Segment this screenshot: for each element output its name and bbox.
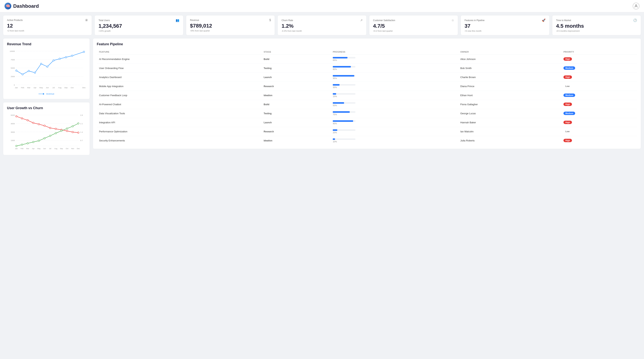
metric-value: 1.2%: [282, 23, 362, 29]
main-content: Revenue Trend 10000 7500 5000 2500 0: [0, 35, 644, 158]
svg-point-53: [55, 128, 56, 129]
svg-point-59: [21, 144, 23, 145]
cell-progress: 15%: [330, 91, 458, 100]
progress-bar-fill: [333, 93, 336, 95]
svg-text:Dec: Dec: [77, 148, 80, 149]
progress-bar-container: 65%: [333, 57, 356, 61]
stage-text: Testing: [264, 67, 272, 69]
svg-point-21: [83, 51, 85, 53]
progress-bar-fill: [333, 75, 354, 76]
revenue-chart-title: Revenue Trend: [7, 42, 86, 46]
revenue-legend-item: revenue: [38, 93, 54, 95]
svg-text:Jun: Jun: [43, 148, 46, 149]
metric-value: 37: [464, 23, 546, 29]
svg-point-69: [78, 123, 79, 124]
col-feature: FEATURE: [97, 49, 262, 55]
cell-stage: Research: [262, 82, 330, 91]
table-row: Analytics Dashboard Launch 95% Charlie B…: [97, 73, 637, 82]
progress-label: 90%: [333, 122, 356, 125]
svg-text:2.1: 2.1: [80, 122, 83, 124]
svg-text:Dec: Dec: [82, 86, 86, 89]
stage-text: Build: [264, 103, 269, 106]
svg-text:Jan: Jan: [15, 148, 18, 149]
svg-text:0: 0: [14, 84, 15, 86]
cell-feature: Mobile App Integration: [97, 82, 262, 91]
stage-text: Launch: [264, 76, 272, 79]
progress-label: 10%: [333, 140, 356, 143]
metric-label: Active Products: [7, 19, 23, 21]
svg-point-49: [32, 122, 34, 124]
svg-point-52: [50, 127, 51, 129]
metric-header: Active Products 🖥: [7, 18, 88, 22]
svg-point-62: [38, 140, 40, 141]
cell-progress: 10%: [330, 136, 458, 145]
cell-progress: 80%: [330, 63, 458, 73]
cell-feature: AI Recommendation Engine: [97, 54, 262, 63]
stage-text: Ideation: [264, 94, 272, 97]
svg-text:Jul: Jul: [49, 148, 51, 149]
cell-stage: Launch: [262, 118, 330, 127]
progress-label: 30%: [333, 86, 356, 88]
progress-label: 15%: [333, 95, 356, 97]
metric-change: +8% from last quarter: [190, 29, 271, 32]
user-growth-chart-card: User Growth vs Churn 6000 4500 3000 1500…: [3, 102, 90, 155]
progress-label: 75%: [333, 113, 356, 116]
cell-owner: Ethan Hunt: [458, 91, 561, 100]
metric-value: 4.7/5: [373, 23, 454, 29]
pipeline-table-header: FEATURE STAGE PROGRESS OWNER PRIORITY: [97, 49, 637, 55]
stage-text: Launch: [264, 121, 272, 124]
svg-point-15: [40, 63, 42, 64]
metric-icon: ☆: [452, 18, 454, 22]
cell-owner: Julia Roberts: [458, 136, 561, 145]
cell-progress: 20%: [330, 127, 458, 136]
svg-text:Oct: Oct: [71, 86, 74, 89]
svg-point-67: [66, 128, 68, 129]
table-row: Integration API Launch 90% Hannah Baker …: [97, 118, 637, 127]
svg-point-61: [32, 141, 34, 143]
cell-priority: Medium: [561, 63, 637, 73]
cell-stage: Build: [262, 100, 330, 109]
svg-text:Feb: Feb: [20, 148, 24, 149]
svg-text:2500: 2500: [11, 75, 15, 77]
right-panel: Feature Pipeline FEATURE STAGE PROGRESS …: [93, 38, 641, 155]
metric-card-customer-satisfaction: Customer Satisfaction ☆ 4.7/5 +0.2 from …: [369, 15, 458, 35]
svg-point-50: [38, 123, 40, 125]
svg-text:May: May: [40, 86, 43, 89]
metric-card-churn-rate: Churn Rate ↗ 1.2% -0.3% from last month: [278, 15, 366, 35]
metric-card-time-to-market: Time to Market 🕐 4.5 months -0.5 months …: [552, 15, 641, 35]
metric-header: Revenue $: [190, 18, 271, 22]
metric-value: 12: [7, 23, 88, 29]
stage-text: Research: [264, 130, 274, 133]
svg-text:6000: 6000: [11, 114, 15, 116]
svg-text:3000: 3000: [11, 131, 15, 133]
svg-point-65: [55, 132, 56, 134]
svg-text:Nov: Nov: [71, 148, 74, 149]
svg-point-13: [28, 70, 30, 72]
progress-bar-container: 95%: [333, 75, 356, 79]
metric-icon: 🕐: [633, 18, 637, 22]
table-row: Customer Feedback Loop Ideation 15% Etha…: [97, 91, 637, 100]
metric-icon: 🚀: [542, 18, 546, 22]
cell-progress: 95%: [330, 73, 458, 82]
table-row: AI-Powered Chatbot Build 50% Fiona Galla…: [97, 100, 637, 109]
cell-owner: Charlie Brown: [458, 73, 561, 82]
cell-owner: Hannah Baker: [458, 118, 561, 127]
priority-badge: Medium: [564, 66, 575, 70]
priority-badge: Medium: [564, 112, 575, 115]
cell-feature: Data Visualization Tools: [97, 109, 262, 118]
cell-stage: Ideation: [262, 136, 330, 145]
metric-change: +15% growth: [98, 30, 180, 32]
svg-point-68: [72, 125, 74, 127]
cell-priority: High: [561, 100, 637, 109]
cell-priority: Low: [561, 127, 637, 136]
cell-stage: Testing: [262, 109, 330, 118]
progress-label: 50%: [333, 104, 356, 106]
user-avatar-button[interactable]: [633, 3, 640, 9]
table-row: AI Recommendation Engine Build 65% Alice…: [97, 54, 637, 63]
cell-owner: Bob Smith: [458, 63, 561, 73]
svg-text:Sep: Sep: [60, 148, 63, 149]
priority-badge: High: [564, 57, 572, 61]
progress-bar-track: [333, 66, 356, 67]
table-row: Security Enhancements Ideation 10% Julia…: [97, 136, 637, 145]
header: 🧠 Dashboard: [0, 0, 644, 12]
